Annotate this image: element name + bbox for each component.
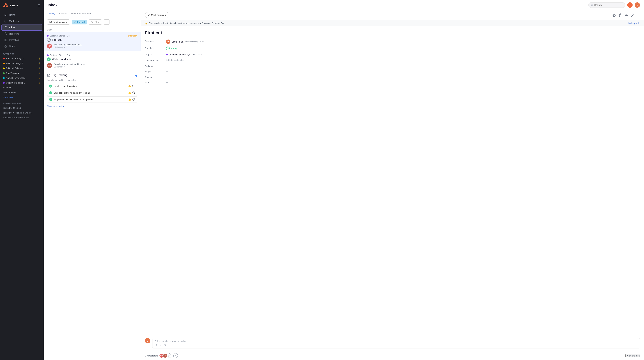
- tab-archive[interactable]: Archive: [59, 10, 67, 17]
- sidebar-show-less[interactable]: Show less: [0, 95, 44, 100]
- review-dropdown[interactable]: Review: [192, 53, 203, 56]
- lock-icon-annual-conf: 🔒: [38, 77, 40, 79]
- sidebar-fav-bug-tracking[interactable]: Bug Tracking 🔒: [0, 71, 44, 75]
- sidebar-item-label-goals: Goals: [9, 45, 15, 47]
- add-dependencies-link[interactable]: Add dependencies: [166, 59, 184, 61]
- svg-point-2: [6, 5, 8, 7]
- like-icon-1[interactable]: 👍: [128, 85, 131, 87]
- recently-assigned-dropdown[interactable]: Recently assigned: [185, 40, 204, 43]
- comment-icon-3[interactable]: 💬: [132, 98, 135, 101]
- attach-comment-icon[interactable]: ⊕: [164, 344, 166, 347]
- more-actions-button[interactable]: •••: [104, 19, 110, 25]
- field-row-channel: Channel —: [145, 75, 640, 78]
- project-label-brand-video: Customer Stories - Q4: [50, 54, 70, 56]
- paperclip-icon[interactable]: [618, 13, 622, 17]
- field-row-assignee: Assignee BP Blake Pham Recently assigned: [145, 39, 640, 44]
- sidebar-fav-website-design[interactable]: Website Design R... 🔒: [0, 61, 44, 66]
- audience-field-value: —: [166, 64, 640, 67]
- detail-content: First cut Assignee BP Blake Pham Recentl…: [141, 26, 644, 335]
- inbox-item-first-cut-time: 19 days ago: [54, 46, 82, 49]
- sidebar-fav-annual-conf[interactable]: Annual conference... 🔒: [0, 75, 44, 80]
- sidebar-item-my-tasks[interactable]: My Tasks: [1, 18, 42, 24]
- collaborators-section: Collaborators KM DV +: [145, 353, 178, 358]
- effort-field-value: —: [166, 81, 640, 84]
- project-badge[interactable]: Customer Stories - Q4: [166, 53, 190, 56]
- sidebar-fav-customer-stories[interactable]: Customer Stories ... 🔒: [0, 80, 44, 85]
- sidebar-item-label-my-tasks: My Tasks: [9, 20, 19, 22]
- sidebar-item-reporting[interactable]: Reporting: [1, 31, 42, 37]
- due-date-badge[interactable]: Today: [166, 46, 177, 50]
- send-message-button[interactable]: Send message: [47, 19, 70, 25]
- add-button[interactable]: +: [627, 2, 632, 8]
- field-row-audience: Audience —: [145, 64, 640, 67]
- inbox-item-first-cut-details: Kat Mooney assigned to you. 19 days ago: [54, 43, 82, 49]
- sidebar-item-goals[interactable]: Goals: [1, 43, 42, 49]
- inbox-actions-bar: Send message Expand Filter •••: [44, 17, 141, 27]
- mark-complete-button[interactable]: Mark complete: [145, 12, 170, 18]
- make-public-link[interactable]: Make public: [628, 22, 640, 24]
- at-icon[interactable]: @: [155, 344, 158, 347]
- bug-task-item-1[interactable]: ✓ Landing page has a typo 👍 💬: [47, 83, 137, 89]
- link-icon[interactable]: [630, 13, 634, 17]
- home-icon: [4, 13, 8, 16]
- leave-task-button[interactable]: Leave task: [626, 354, 640, 357]
- search-input[interactable]: [594, 4, 623, 6]
- sidebar-recently-completed[interactable]: Recently Completed Tasks: [0, 115, 44, 120]
- like-icon-2[interactable]: 👍: [128, 91, 131, 94]
- inbox-item-first-cut-body: KM Kat Mooney assigned to you. 19 days a…: [47, 43, 137, 49]
- like-icon-3[interactable]: 👍: [128, 98, 131, 101]
- comment-input-area[interactable]: Ask a question or post an update... @ ☺ …: [152, 338, 640, 349]
- bug-task-item-3[interactable]: ✓ Image on /business needs to be updated…: [47, 96, 137, 102]
- assignee-name[interactable]: Blake Pham: [172, 40, 184, 43]
- sidebar-all-items[interactable]: All Items: [0, 85, 44, 90]
- comment-placeholder: Ask a question or post an update...: [155, 340, 638, 343]
- user-avatar[interactable]: U: [634, 2, 640, 8]
- bug-task-item-2[interactable]: ✓ Chat bot on landing page isn't loading…: [47, 90, 137, 96]
- search-box[interactable]: [588, 2, 625, 8]
- review-label: Review: [193, 53, 200, 56]
- subtask-icon[interactable]: [624, 13, 628, 17]
- emoji-icon[interactable]: ☺: [159, 344, 162, 347]
- sidebar-deleted-items[interactable]: Deleted Items: [0, 90, 44, 95]
- comment-icon-2[interactable]: 💬: [132, 91, 135, 94]
- sidebar-item-portfolios[interactable]: Portfolios: [1, 37, 42, 43]
- task-title-first-cut: First cut: [52, 38, 62, 41]
- thumbs-up-icon[interactable]: [612, 13, 616, 17]
- fav-dot-website-design: [3, 63, 5, 64]
- more-options-icon[interactable]: [636, 13, 640, 17]
- sidebar-fav-annual-industry[interactable]: Annual Industry co... 🔒: [0, 56, 44, 61]
- fav-label-bug-tracking: Bug Tracking: [6, 72, 19, 74]
- filter-icon: [91, 21, 94, 23]
- tab-messages-sent[interactable]: Messages I've Sent: [71, 10, 92, 17]
- expand-label: Expand: [77, 21, 85, 23]
- svg-rect-7: [5, 40, 6, 41]
- inbox-item-first-cut[interactable]: Customer Stories - Q4 Due today First cu…: [44, 32, 141, 51]
- user-avatar-daniela: DV: [47, 63, 52, 68]
- sidebar-item-home[interactable]: Home: [1, 12, 42, 18]
- project-badge-name: Customer Stories - Q4: [169, 53, 190, 56]
- show-more-tasks-link[interactable]: Show more tasks: [47, 103, 64, 109]
- sidebar-tasks-created[interactable]: Tasks I've Created: [0, 106, 44, 110]
- svg-marker-15: [92, 21, 94, 23]
- add-collaborator-button[interactable]: +: [173, 353, 178, 358]
- sidebar-item-inbox[interactable]: Inbox: [1, 24, 42, 31]
- sidebar-collapse-button[interactable]: ☰: [38, 3, 40, 7]
- calendar-svg: [167, 47, 169, 49]
- inbox-item-brand-video[interactable]: Customer Stories - Q4 Write brand video …: [44, 51, 141, 71]
- content-area: Activity Archive Messages I've Sent Send…: [44, 10, 644, 360]
- tab-activity[interactable]: Activity: [48, 10, 55, 17]
- filter-label: Filter: [94, 21, 100, 23]
- expand-button[interactable]: Expand: [72, 19, 87, 24]
- filter-button[interactable]: Filter: [89, 19, 102, 25]
- svg-point-10: [6, 46, 6, 46]
- collab-placeholder-icon: [168, 355, 170, 357]
- sidebar-fav-editorial[interactable]: Editorial Calendar 🔒: [0, 66, 44, 71]
- check-completed-icon: [48, 58, 50, 60]
- sidebar-tasks-assigned[interactable]: Tasks I've Assigned to Others: [0, 110, 44, 115]
- stage-dash: —: [166, 70, 168, 72]
- fav-label-customer-stories: Customer Stories ...: [6, 82, 25, 84]
- inbox-item-bug-tracking[interactable]: Bug Tracking Kat Mooney added new tasks …: [44, 71, 141, 112]
- chart-icon: [4, 32, 8, 35]
- bug-task-list: ✓ Landing page has a typo 👍 💬 ✓: [47, 83, 137, 102]
- comment-icon-1[interactable]: 💬: [132, 85, 135, 87]
